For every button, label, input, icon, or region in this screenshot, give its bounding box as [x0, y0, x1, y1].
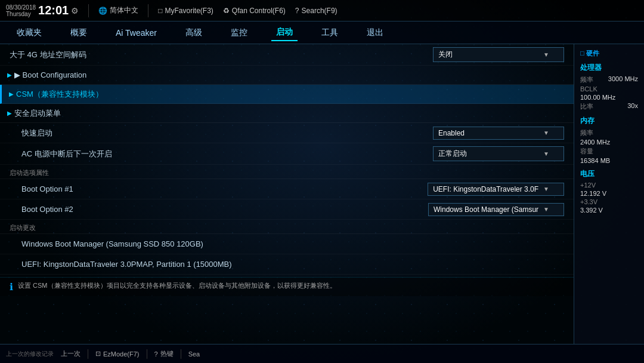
search-bottom-label: Sea — [188, 350, 200, 358]
sidebar-mem-freq-label: 频率 — [580, 128, 593, 137]
dropdown-ac-power[interactable]: 正常启动 ▼ — [433, 146, 564, 161]
label-boot-config: ▶ Boot Configuration — [14, 70, 86, 79]
divider1 — [88, 4, 89, 17]
arrow-boot-config: ▶ — [7, 72, 12, 78]
bottom-divider1 — [88, 349, 88, 359]
sidebar-mem-freq-val-row: 2400 MHz — [580, 139, 638, 146]
qfan-button[interactable]: ♻ Qfan Control(F6) — [223, 7, 286, 15]
row-boot-opt2[interactable]: Boot Option #2 Windows Boot Manager (Sam… — [0, 199, 574, 220]
sidebar-v33-row: +3.3V — [580, 198, 638, 205]
day-text: Thursday — [6, 11, 36, 17]
value-ac-power[interactable]: 正常启动 ▼ — [433, 146, 564, 161]
hotkey-button[interactable]: ? 热键 — [154, 349, 174, 358]
language-selector[interactable]: 🌐 简体中文 — [98, 5, 138, 16]
nav-boot[interactable]: 启动 — [271, 24, 298, 41]
hw-label: □ 硬件 — [580, 49, 638, 58]
ezmode-label: EzMode(F7) — [103, 350, 140, 358]
bottom-info-area: ℹ 设置 CSM（兼容性支持模块）项目以完全支持各种显示设备、启动设备与其他附加… — [0, 277, 574, 296]
sidebar-v12-label: +12V — [580, 182, 596, 189]
sidebar-v12-value: 12.192 V — [580, 190, 606, 197]
row-boot-opt1[interactable]: Boot Option #1 UEFI: KingstonDataTravele… — [0, 179, 574, 199]
nav-tools[interactable]: 工具 — [317, 25, 343, 41]
subsection-boot-mod: 启动更改 — [0, 220, 574, 234]
value-4g-decode[interactable]: 关闭 ▼ — [433, 47, 564, 62]
nav-favorites[interactable]: 收藏夹 — [12, 25, 47, 41]
dropdown-arrow-ac: ▼ — [543, 150, 549, 157]
dropdown-4g-decode[interactable]: 关闭 ▼ — [433, 47, 564, 62]
sidebar-mem-title: 内存 — [580, 116, 638, 126]
sidebar-bclk-label: BCLK — [580, 85, 597, 93]
search-icon: ? — [295, 7, 299, 15]
dropdown-boot-opt1[interactable]: UEFI: KingstonDataTraveler 3.0F ▼ — [428, 183, 564, 196]
sidebar-mem-freq-row: 频率 — [580, 128, 638, 137]
sidebar-v33-value: 3.392 V — [580, 207, 603, 214]
ezmode-button[interactable]: ⊡ EzMode(F7) — [95, 350, 140, 358]
sidebar-mem-cap-row: 容量 — [580, 147, 638, 156]
right-sidebar: □ 硬件 处理器 频率 3000 MHz BCLK 100.00 MHz 比率 … — [574, 44, 644, 344]
row-fast-boot[interactable]: 快速启动 Enabled ▼ — [0, 123, 574, 143]
section-boot-config[interactable]: ▶ ▶ Boot Configuration — [0, 66, 574, 85]
value-boot-opt1[interactable]: UEFI: KingstonDataTraveler 3.0F ▼ — [428, 183, 564, 196]
divider2 — [148, 4, 148, 17]
nav-monitor[interactable]: 监控 — [226, 25, 252, 41]
arrow-secure-boot: ▶ — [7, 110, 12, 116]
dropdown-arrow-fast: ▼ — [543, 130, 549, 136]
section-secure-boot[interactable]: ▶ 安全启动菜单 — [0, 104, 574, 123]
sidebar-v12-val-row: 12.192 V — [580, 190, 638, 197]
label-secure-boot: 安全启动菜单 — [14, 108, 61, 119]
row-4g-decode[interactable]: 大于 4G 地址空间解码 关闭 ▼ — [0, 44, 574, 66]
search-button[interactable]: ? Search(F9) — [295, 7, 338, 15]
dropdown-fast-boot[interactable]: Enabled ▼ — [433, 127, 564, 140]
bottom-divider3 — [181, 349, 181, 359]
sidebar-v33-label: +3.3V — [580, 198, 597, 205]
gear-icon[interactable]: ⚙ — [71, 6, 79, 16]
label-boot-opt1: Boot Option #1 — [10, 184, 428, 193]
label-4g-decode: 大于 4G 地址空间解码 — [10, 50, 433, 60]
prev-change-label: 上一次的修改记录 — [6, 350, 54, 358]
dropdown-boot-opt2[interactable]: Windows Boot Manager (Samsur ▼ — [428, 203, 564, 216]
myfavorite-button[interactable]: □ MyFavorite(F3) — [158, 7, 213, 15]
nav-exit[interactable]: 退出 — [362, 25, 388, 41]
sidebar-ratio-label: 比率 — [580, 102, 593, 111]
sidebar-cpu-title: 处理器 — [580, 63, 638, 73]
top-bar: 08/30/2018 Thursday 12:01 ⚙ 🌐 简体中文 □ MyF… — [0, 0, 644, 21]
info-text: 设置 CSM（兼容性支持模块）项目以完全支持各种显示设备、启动设备与其他附加设备… — [18, 281, 336, 290]
dropdown-arrow-opt1: ▼ — [543, 186, 549, 192]
sidebar-v12-row: +12V — [580, 182, 638, 189]
label-boot-item2: UEFI: KingstonDataTraveler 3.0PMAP, Part… — [10, 260, 564, 269]
value-boot-opt2[interactable]: Windows Boot Manager (Samsur ▼ — [428, 203, 564, 216]
label-csm: CSM（兼容性支持模块） — [16, 89, 103, 100]
sidebar-bclk-val-row: 100.00 MHz — [580, 94, 638, 101]
sidebar-bclk-row: BCLK — [580, 85, 638, 93]
value-fast-boot[interactable]: Enabled ▼ — [433, 127, 564, 140]
nav-ai-tweaker[interactable]: Ai Tweaker — [111, 26, 162, 40]
qfan-icon: ♻ — [223, 7, 230, 15]
row-boot-item2[interactable]: UEFI: KingstonDataTraveler 3.0PMAP, Part… — [0, 254, 574, 275]
sidebar-mem-freq-value: 2400 MHz — [580, 139, 610, 146]
sidebar-cpu-freq-row: 频率 3000 MHz — [580, 75, 638, 84]
hotkey-label: 热键 — [160, 349, 174, 358]
dropdown-arrow: ▼ — [543, 51, 549, 58]
main-panel: 大于 4G 地址空间解码 关闭 ▼ ▶ ▶ Boot Configuration… — [0, 44, 574, 344]
arrow-csm: ▶ — [9, 91, 14, 97]
search-bottom-button[interactable]: Sea — [188, 350, 200, 358]
row-boot-item1[interactable]: Windows Boot Manager (Samsung SSD 850 12… — [0, 234, 574, 254]
label-boot-opt2: Boot Option #2 — [10, 205, 428, 214]
label-boot-item1: Windows Boot Manager (Samsung SSD 850 12… — [10, 239, 564, 248]
lang-label: 简体中文 — [110, 5, 138, 16]
sidebar-bclk-value: 100.00 MHz — [580, 94, 615, 101]
section-csm[interactable]: ▶ CSM（兼容性支持模块） — [0, 85, 574, 104]
dropdown-arrow-opt2: ▼ — [543, 206, 549, 213]
info-icon: ℹ — [10, 281, 13, 293]
sidebar-ratio-row: 比率 30x — [580, 102, 638, 111]
sidebar-ratio-value: 30x — [627, 102, 638, 111]
bottom-divider2 — [147, 349, 147, 359]
nav-advanced[interactable]: 高级 — [181, 25, 207, 41]
bottom-bar: 上一次的修改记录 上一次 ⊡ EzMode(F7) ? 热键 Sea — [0, 344, 644, 363]
main-nav: 收藏夹 概要 Ai Tweaker 高级 监控 启动 工具 退出 — [0, 21, 644, 44]
nav-overview[interactable]: 概要 — [66, 25, 92, 41]
time-text: 12:01 — [38, 4, 69, 17]
content-area: 大于 4G 地址空间解码 关闭 ▼ ▶ ▶ Boot Configuration… — [0, 44, 644, 344]
ezmode-icon: ⊡ — [95, 350, 101, 358]
row-ac-power[interactable]: AC 电源中断后下一次开启 正常启动 ▼ — [0, 143, 574, 165]
